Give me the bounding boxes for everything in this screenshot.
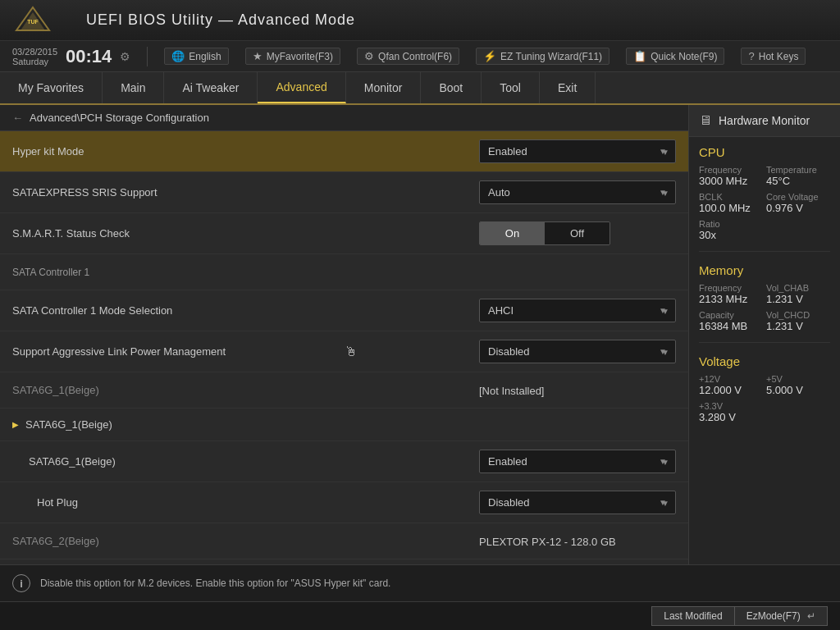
sataexpress-value[interactable]: Auto ▼ <box>479 180 676 204</box>
hyper-kit-mode-value[interactable]: Enabled ▼ <box>479 139 676 163</box>
cpu-ratio-item: Ratio 30x <box>699 219 763 241</box>
exit-icon: ↵ <box>807 610 815 622</box>
sata-mode-row[interactable]: SATA Controller 1 Mode Selection AHCI ▼ <box>0 290 688 331</box>
v5-label: +5V <box>766 374 830 384</box>
my-favorite-btn[interactable]: ★ MyFavorite(F3) <box>245 48 340 65</box>
dropdown-arrow-icon: ▼ <box>659 347 667 356</box>
mem-frequency-label: Frequency <box>699 283 763 293</box>
cpu-memory-divider <box>699 251 830 252</box>
nav-tabs: My Favorites Main Ai Tweaker Advanced Mo… <box>0 72 840 105</box>
tab-exit[interactable]: Exit <box>540 72 596 103</box>
dropdown-arrow-icon: ▼ <box>659 306 667 315</box>
aggressive-link-value[interactable]: Disabled ▼ <box>479 340 676 363</box>
aggressive-link-row[interactable]: Support Aggressive Link Power Management… <box>0 331 688 372</box>
cpu-bclk-item: BCLK 100.0 MHz <box>699 192 763 214</box>
info-text: Disable this option for M.2 devices. Ena… <box>40 578 390 589</box>
sata-controller-header-label: SATA Controller 1 <box>12 267 676 278</box>
info-icon: i <box>12 574 30 592</box>
sata6g2-info-value: PLEXTOR PX-12 - 128.0 GB <box>479 534 676 549</box>
tab-monitor[interactable]: Monitor <box>346 72 422 103</box>
v12-item: +12V 12.000 V <box>699 374 763 396</box>
memory-data-grid: Frequency 2133 MHz Vol_CHAB 1.231 V Capa… <box>689 281 840 339</box>
hot-plug-dropdown[interactable]: Disabled ▼ <box>479 491 676 514</box>
qfan-label: Qfan Control(F6) <box>378 51 452 62</box>
mem-volchcd-value: 1.231 V <box>766 320 830 332</box>
dropdown-arrow-icon: ▼ <box>659 457 667 466</box>
lightning-icon: ⚡ <box>483 50 496 62</box>
cpu-frequency-label: Frequency <box>699 165 763 175</box>
monitor-icon: 🖥 <box>699 113 712 128</box>
time-display: 00:14 <box>66 46 112 67</box>
fan-icon: ⚙ <box>364 50 374 62</box>
cpu-ratio-value: 30x <box>699 229 763 241</box>
hot-plug-label: Hot Plug <box>12 496 479 509</box>
ez-tuning-btn[interactable]: ⚡ EZ Tuning Wizard(F11) <box>476 48 609 65</box>
hyper-kit-mode-row[interactable]: Hyper kit Mode Enabled ▼ <box>0 131 688 172</box>
smart-off-btn[interactable]: Off <box>545 222 609 244</box>
settings-icon[interactable]: ⚙ <box>120 50 130 63</box>
cpu-temp-label: Temperature <box>766 165 830 175</box>
tab-boot[interactable]: Boot <box>421 72 482 103</box>
hot-keys-btn[interactable]: ? Hot Keys <box>741 48 806 65</box>
hot-plug-value[interactable]: Disabled ▼ <box>479 491 676 514</box>
dropdown-arrow-icon: ▼ <box>659 498 667 507</box>
cpu-temp-value: 45°C <box>766 175 830 187</box>
date: 03/28/2015 <box>12 47 57 57</box>
sataexpress-row[interactable]: SATAEXPRESS SRIS Support Auto ▼ <box>0 172 688 213</box>
last-modified-btn[interactable]: Last Modified <box>651 606 734 626</box>
mem-capacity-label: Capacity <box>699 310 763 320</box>
hot-plug-row[interactable]: Hot Plug Disabled ▼ <box>0 482 688 523</box>
mem-frequency-value: 2133 MHz <box>699 293 763 305</box>
sata6g1-info-row: SATA6G_1(Beige) [Not Installed] <box>0 372 688 409</box>
tab-my-favorites[interactable]: My Favorites <box>0 72 103 103</box>
my-favorite-label: MyFavorite(F3) <box>267 51 333 62</box>
hw-monitor-panel: 🖥 Hardware Monitor CPU Frequency 3000 MH… <box>688 105 840 564</box>
dropdown-arrow-icon: ▼ <box>659 188 667 197</box>
voltage-section-title: Voltage <box>689 346 840 372</box>
qfan-btn[interactable]: ⚙ Qfan Control(F6) <box>357 48 459 65</box>
tab-tool[interactable]: Tool <box>482 72 540 103</box>
sata6g1-expand-row[interactable]: ▶ SATA6G_1(Beige) <box>0 409 688 441</box>
hyper-kit-mode-dropdown[interactable]: Enabled ▼ <box>479 139 676 163</box>
ez-mode-btn[interactable]: EzMode(F7) ↵ <box>735 606 828 626</box>
tab-ai-tweaker[interactable]: Ai Tweaker <box>164 72 258 103</box>
mem-capacity-value: 16384 MB <box>699 320 763 332</box>
hot-keys-label: Hot Keys <box>759 51 799 62</box>
cpu-frequency-value: 3000 MHz <box>699 175 763 187</box>
mem-volchab-item: Vol_CHAB 1.231 V <box>766 283 830 305</box>
smart-toggle[interactable]: On Off <box>479 221 610 245</box>
sata6g1-dropdown-label: SATA6G_1(Beige) <box>12 455 479 468</box>
sata-mode-dropdown[interactable]: AHCI ▼ <box>479 299 676 322</box>
sata-controller-header-row: SATA Controller 1 <box>0 254 688 290</box>
header-title: UEFI BIOS Utility — Advanced Mode <box>86 11 355 29</box>
sata-mode-value[interactable]: AHCI ▼ <box>479 299 676 322</box>
footer: Last Modified EzMode(F7) ↵ <box>0 601 840 630</box>
v5-item: +5V 5.000 V <box>766 374 830 396</box>
language-selector[interactable]: 🌐 English <box>164 48 228 65</box>
smart-row[interactable]: S.M.A.R.T. Status Check On Off <box>0 213 688 254</box>
mem-volchab-value: 1.231 V <box>766 293 830 305</box>
sata6g2-expand-row[interactable]: ▶ SATA6G_2(Beige) <box>0 559 688 564</box>
sata6g1-info-value: [Not Installed] <box>479 383 676 398</box>
sataexpress-dropdown[interactable]: Auto ▼ <box>479 180 676 204</box>
sata6g1-info-label: SATA6G_1(Beige) <box>12 384 479 396</box>
sata-mode-label: SATA Controller 1 Mode Selection <box>12 304 479 317</box>
back-arrow[interactable]: ← <box>12 112 23 124</box>
sata6g1-dropdown[interactable]: Enabled ▼ <box>479 450 676 473</box>
cpu-data-grid: Frequency 3000 MHz Temperature 45°C BCLK… <box>689 163 840 248</box>
sataexpress-label: SATAEXPRESS SRIS Support <box>12 186 479 199</box>
sata6g1-dropdown-value[interactable]: Enabled ▼ <box>479 450 676 473</box>
v12-label: +12V <box>699 374 763 384</box>
cpu-temp-item: Temperature 45°C <box>766 165 830 187</box>
smart-on-btn[interactable]: On <box>480 222 545 244</box>
tab-advanced[interactable]: Advanced <box>258 72 345 103</box>
quick-note-btn[interactable]: 📋 Quick Note(F9) <box>626 48 724 65</box>
v12-value: 12.000 V <box>699 384 763 396</box>
expand-arrow-icon: ▶ <box>12 420 19 429</box>
date-display: 03/28/2015 Saturday <box>12 47 57 66</box>
divider <box>147 47 148 66</box>
sata6g1-dropdown-row[interactable]: SATA6G_1(Beige) Enabled ▼ <box>0 441 688 482</box>
aggressive-link-dropdown[interactable]: Disabled ▼ <box>479 340 676 363</box>
hyper-kit-mode-label: Hyper kit Mode <box>12 145 479 158</box>
tab-main[interactable]: Main <box>103 72 164 103</box>
